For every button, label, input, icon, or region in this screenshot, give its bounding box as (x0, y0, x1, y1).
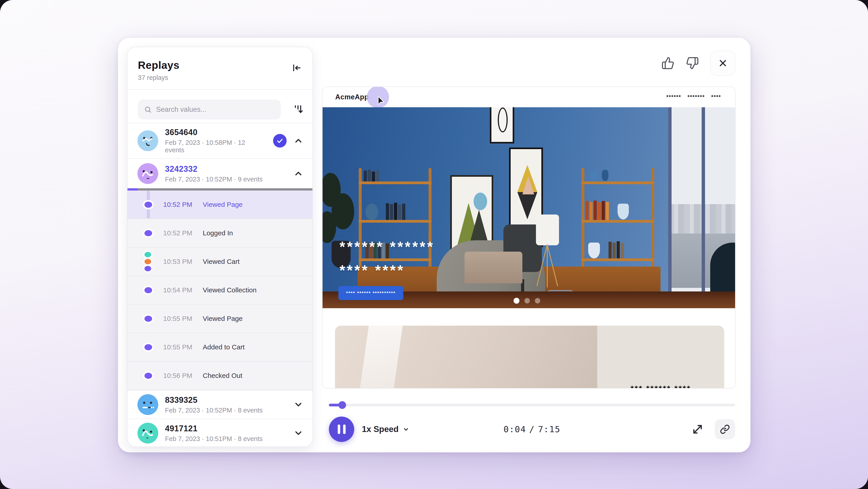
playback-progress-bar[interactable] (329, 404, 735, 406)
event-dot (145, 266, 151, 271)
event-row[interactable]: 10:53 PM Viewed Cart (127, 248, 312, 276)
event-time: 10:54 PM (163, 286, 192, 294)
search-row (127, 89, 312, 123)
session-row-3654640[interactable]: 3654640 Feb 7, 2023 · 10:58PM · 12 event… (127, 123, 312, 159)
replayed-hero-section: ****** ****** **** **** **** ****** ****… (322, 107, 735, 308)
site-logo: AcmeApp (335, 93, 369, 101)
event-dot (145, 316, 152, 322)
event-row[interactable]: 10:52 PM Logged In (127, 219, 312, 248)
masked-nav-item[interactable]: ****** (666, 94, 681, 100)
hero-cta-button[interactable]: **** ****** ********** (338, 286, 403, 300)
carousel-dot[interactable] (524, 298, 530, 304)
product-text-panel: *** ****** **** (597, 326, 724, 389)
event-row[interactable]: 10:54 PM Viewed Collection (127, 276, 312, 305)
scene-lamp (535, 214, 560, 291)
sort-filter-icon[interactable] (291, 103, 304, 116)
avatar (137, 130, 158, 151)
session-meta: Feb 7, 2023 · 10:58PM · 12 events (165, 139, 266, 154)
product-photo-sofa (335, 326, 597, 389)
session-meta: Feb 7, 2023 · 10:52PM · 9 events (165, 176, 287, 183)
event-row[interactable]: 10:55 PM Added to Cart (127, 333, 312, 362)
session-progress-fill (127, 188, 138, 191)
session-row-4917121[interactable]: 4917121 Feb 7, 2023 · 10:51PM · 8 events (127, 419, 312, 447)
chevron-down-icon[interactable] (293, 400, 303, 409)
time-total: 7:15 (538, 424, 561, 434)
session-row-8339325[interactable]: 8339325 Feb 7, 2023 · 10:52PM · 8 events (127, 390, 312, 419)
replays-sidebar: Replays 37 replays (127, 47, 313, 447)
carousel-dot-active[interactable] (514, 298, 520, 304)
event-row[interactable]: 10:56 PM Checked Out (127, 362, 312, 390)
pause-button[interactable] (329, 416, 354, 442)
speed-selector[interactable]: 1x Speed (362, 416, 410, 442)
event-dot (145, 230, 152, 236)
event-label: Viewed Page (203, 201, 243, 208)
session-id: 4917121 (165, 424, 287, 433)
carousel-dot[interactable] (535, 298, 540, 304)
event-label: Checked Out (203, 372, 242, 379)
close-icon (718, 58, 728, 68)
page-title: Replays (138, 59, 302, 71)
copy-link-button[interactable] (715, 419, 735, 439)
event-time: 10:52 PM (163, 229, 192, 237)
scene-window (668, 107, 735, 308)
event-label: Viewed Page (203, 315, 243, 322)
link-icon (720, 424, 730, 434)
session-playback-progress[interactable] (127, 188, 312, 191)
session-row-3242332[interactable]: 3242332 Feb 7, 2023 · 10:52PM · 9 events (127, 159, 312, 188)
session-id-selected: 3242332 (165, 164, 287, 174)
masked-nav-item[interactable]: ******* (688, 94, 705, 100)
sidebar-header: Replays 37 replays (127, 47, 312, 89)
watched-check-badge (273, 134, 287, 147)
product-card[interactable]: *** ****** **** (335, 326, 724, 389)
event-time: 10:55 PM (163, 315, 192, 322)
search-input[interactable] (156, 106, 274, 114)
collapse-sidebar-icon[interactable] (290, 62, 302, 74)
cursor-icon (376, 95, 386, 106)
event-dot (145, 202, 152, 208)
session-id: 8339325 (165, 395, 287, 405)
event-dot (145, 259, 151, 264)
event-time: 10:53 PM (163, 258, 192, 265)
hero-cta-label: **** ****** ********** (346, 290, 396, 296)
chevron-up-icon[interactable] (293, 136, 303, 146)
masked-hero-heading: ****** ****** **** **** (340, 238, 435, 279)
session-id: 3654640 (165, 127, 266, 137)
thumbs-down-icon[interactable] (686, 57, 699, 70)
event-label: Viewed Cart (203, 258, 240, 265)
fullscreen-expand-icon[interactable] (691, 423, 704, 436)
progress-handle[interactable] (338, 401, 346, 409)
speed-label: 1x Speed (362, 425, 399, 434)
event-row[interactable]: 10:52 PM Viewed Page (127, 191, 312, 219)
avatar (137, 163, 158, 184)
masked-nav-item[interactable]: **** (711, 94, 721, 100)
event-row[interactable]: 10:55 PM Viewed Page (127, 305, 312, 333)
chevron-down-icon[interactable] (293, 428, 303, 438)
replay-modal-window: Replays 37 replays (118, 38, 750, 452)
masked-hero-line1: ****** ****** (340, 238, 435, 255)
replayed-product-section: *** ****** **** (322, 308, 735, 389)
scene-frame-small (490, 107, 514, 143)
masked-hero-line2: **** **** (340, 262, 435, 279)
search-icon (144, 106, 152, 114)
masked-product-text: *** ****** **** (630, 384, 691, 389)
event-dot (145, 252, 151, 257)
thumbs-up-icon[interactable] (661, 57, 675, 70)
search-input-wrapper[interactable] (138, 99, 281, 119)
chevron-up-icon[interactable] (293, 169, 303, 178)
close-button[interactable] (710, 51, 736, 76)
session-meta: Feb 7, 2023 · 10:51PM · 8 events (165, 435, 287, 442)
time-current: 0:04 (504, 424, 526, 434)
replay-viewport: AcmeApp ****** ******* **** (322, 86, 736, 389)
event-time: 10:55 PM (163, 343, 192, 351)
player-controls: 1x Speed 0:04 / 7:15 (329, 416, 735, 442)
event-label: Logged In (203, 229, 233, 237)
event-dot (145, 287, 152, 293)
event-time: 10:56 PM (163, 372, 192, 379)
avatar (137, 423, 158, 443)
screenshot-canvas: Replays 37 replays (0, 0, 868, 489)
event-time: 10:52 PM (163, 201, 192, 208)
scene-laptop (465, 252, 522, 283)
event-dot (145, 344, 152, 350)
session-meta: Feb 7, 2023 · 10:52PM · 8 events (165, 407, 287, 414)
replay-count: 37 replays (138, 74, 302, 82)
